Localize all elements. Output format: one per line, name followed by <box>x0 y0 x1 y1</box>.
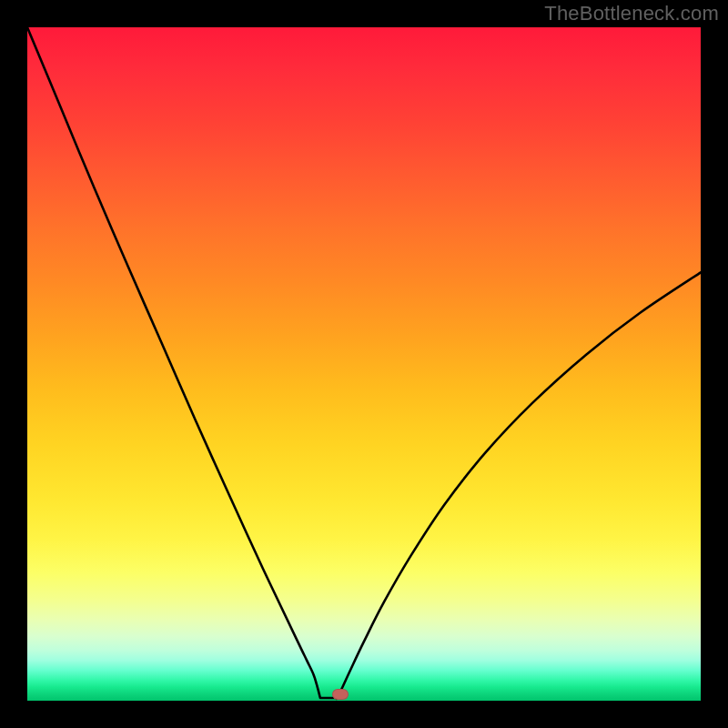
watermark-text: TheBottleneck.com <box>544 2 719 25</box>
plot-area <box>27 27 701 701</box>
bottleneck-curve <box>27 27 701 699</box>
curve-svg <box>27 27 701 701</box>
chart-frame: TheBottleneck.com <box>0 0 728 728</box>
optimum-marker <box>332 689 349 700</box>
